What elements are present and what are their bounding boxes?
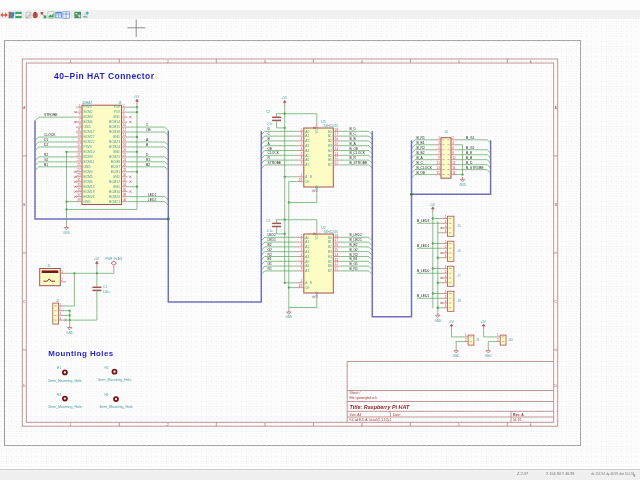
svg-text:B_D: B_D [350, 127, 357, 131]
svg-text:BCM22: BCM22 [84, 140, 95, 144]
svg-text:25: 25 [77, 163, 81, 167]
svg-text:18: 18 [335, 234, 339, 238]
svg-text:B_R1: B_R1 [417, 136, 425, 140]
svg-text:27: 27 [77, 168, 81, 172]
svg-text:LED1: LED1 [148, 193, 156, 197]
svg-text:GND: GND [84, 165, 92, 169]
svg-text:B_R: B_R [350, 156, 357, 160]
svg-text:GND: GND [459, 183, 467, 187]
svg-text:GND: GND [434, 319, 442, 323]
svg-text:B_B: B_B [466, 156, 473, 160]
svg-text:LED2: LED2 [268, 233, 276, 237]
svg-text:BCM24: BCM24 [109, 145, 120, 149]
svg-text:39: 39 [77, 198, 81, 202]
svg-text:A1: A1 [305, 240, 309, 244]
svg-text:A7: A7 [305, 163, 309, 167]
svg-text:GND: GND [315, 292, 319, 298]
svg-text:B5: B5 [328, 154, 332, 158]
svg-text:H3: H3 [57, 393, 61, 397]
svg-text:A3: A3 [305, 250, 309, 254]
svg-text:40–Pin HAT Connector: 40–Pin HAT Connector [54, 71, 155, 81]
svg-text:B7: B7 [328, 163, 332, 167]
svg-text:P3V3: P3V3 [84, 105, 92, 109]
svg-text:20: 20 [123, 148, 127, 152]
svg-text:P5V: P5V [114, 105, 121, 109]
svg-text:16: 16 [335, 243, 339, 247]
svg-text:A0: A0 [305, 130, 309, 134]
svg-text:BCM17: BCM17 [84, 130, 95, 134]
svg-text:G1: G1 [268, 262, 273, 266]
svg-text:B_R2: B_R2 [417, 146, 425, 150]
svg-text:B0: B0 [328, 130, 332, 134]
svg-text:H1: H1 [57, 366, 61, 370]
svg-text:B_LED0: B_LED0 [417, 269, 429, 273]
svg-text:BCM18: BCM18 [109, 130, 120, 134]
svg-text:BCM8: BCM8 [111, 160, 120, 164]
svg-text:LED2: LED2 [148, 198, 156, 202]
svg-text:38: 38 [123, 193, 127, 197]
svg-text:+5V: +5V [480, 320, 485, 324]
svg-text:12: 12 [335, 156, 339, 160]
svg-text:Date:: Date: [393, 413, 401, 417]
svg-text:1: 1 [301, 173, 303, 177]
svg-text:GND: GND [84, 125, 92, 129]
svg-text:A2: A2 [305, 139, 309, 143]
svg-text:B2: B2 [146, 163, 150, 167]
svg-text:B1: B1 [44, 163, 48, 167]
svg-text:A: A [23, 106, 25, 110]
svg-text:14: 14 [335, 253, 339, 257]
svg-text:26: 26 [123, 163, 127, 167]
svg-text:H2: H2 [105, 366, 109, 370]
svg-text:A0: A0 [305, 236, 309, 240]
svg-text:BCM27: BCM27 [84, 135, 95, 139]
svg-text:OE: OE [268, 147, 274, 151]
svg-text:A7: A7 [305, 269, 309, 273]
svg-text:BCM2: BCM2 [84, 110, 93, 114]
svg-text:B_STROBE: B_STROBE [350, 161, 368, 165]
svg-text:B1: B1 [268, 257, 272, 261]
svg-text:12: 12 [123, 128, 127, 132]
svg-text:18: 18 [335, 128, 339, 132]
svg-text:J6: J6 [458, 249, 462, 253]
svg-text:A4: A4 [305, 255, 309, 259]
svg-text:1: 1 [301, 279, 303, 283]
svg-text:B5: B5 [328, 260, 332, 264]
svg-text:LED1: LED1 [268, 238, 276, 242]
svg-text:B_LED1: B_LED1 [417, 244, 429, 248]
svg-text:37: 37 [77, 193, 81, 197]
svg-text:10: 10 [452, 156, 456, 160]
svg-text:A6: A6 [305, 158, 309, 162]
svg-text:29: 29 [77, 173, 81, 177]
svg-text:B4: B4 [328, 255, 332, 259]
svg-text:B_C: B_C [350, 132, 357, 136]
svg-text:CE: CE [305, 286, 309, 290]
svg-text:A3: A3 [305, 144, 309, 148]
svg-text:C1: C1 [103, 285, 107, 289]
svg-text:PWR_FLAG: PWR_FLAG [106, 257, 123, 261]
svg-text:VCC: VCC [315, 234, 319, 240]
svg-text:Sheet: /: Sheet: / [350, 391, 361, 395]
svg-text:B_R1: B_R1 [350, 267, 358, 271]
svg-text:BCM15: BCM15 [109, 125, 120, 129]
svg-text:B_B2: B_B2 [417, 151, 425, 155]
svg-text:B3: B3 [328, 250, 332, 254]
svg-text:B_A: B_A [417, 156, 424, 160]
svg-text:BCM9: BCM9 [84, 155, 93, 159]
svg-text:32: 32 [123, 178, 127, 182]
svg-text:14: 14 [335, 147, 339, 151]
svg-text:A1: A1 [305, 134, 309, 138]
svg-text:P3V3: P3V3 [84, 145, 92, 149]
svg-text:Size: A4: Size: A4 [350, 413, 362, 417]
svg-text:0.1u: 0.1u [267, 122, 273, 126]
svg-text:P5V: P5V [114, 110, 121, 114]
svg-text:16: 16 [452, 171, 456, 175]
svg-text:+5V: +5V [430, 203, 435, 207]
svg-text:BCM25: BCM25 [109, 155, 120, 159]
svg-text:J4: J4 [444, 130, 448, 134]
svg-text:File: gamingled.sch: File: gamingled.sch [350, 396, 378, 400]
svg-text:GND: GND [113, 115, 121, 119]
svg-text:C3: C3 [266, 219, 270, 223]
svg-text:BCM20: BCM20 [109, 195, 120, 199]
svg-text:BCM13: BCM13 [84, 185, 95, 189]
svg-text:33: 33 [77, 183, 81, 187]
